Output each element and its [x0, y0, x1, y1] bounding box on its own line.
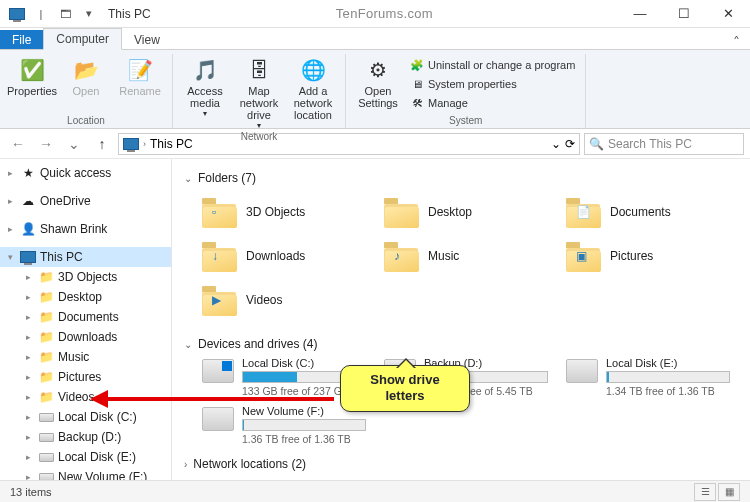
folder-item[interactable]: 📄Documents: [566, 191, 738, 233]
ribbon-group-system: ⚙ Open Settings 🧩Uninstall or change a p…: [346, 54, 586, 128]
user-icon: 👤: [20, 221, 36, 237]
folder-item[interactable]: ↓Downloads: [202, 235, 374, 277]
tree-item[interactable]: ▸Local Disk (C:): [0, 407, 171, 427]
rename-button[interactable]: 📝 Rename: [114, 54, 166, 97]
tab-computer[interactable]: Computer: [43, 28, 122, 50]
open-settings-label: Open Settings: [352, 85, 404, 109]
expander-icon[interactable]: ▸: [22, 372, 34, 382]
address-bar[interactable]: › This PC ⌄ ⟳: [118, 133, 580, 155]
tree-label: Local Disk (E:): [58, 450, 136, 464]
settings-icon: ⚙: [364, 56, 392, 84]
close-button[interactable]: ✕: [706, 0, 750, 28]
drive-item[interactable]: Local Disk (E:)1.34 TB free of 1.36 TB: [566, 357, 738, 397]
folder-item[interactable]: ♪Music: [384, 235, 556, 277]
tree-quick-access[interactable]: ▸★Quick access: [0, 163, 171, 183]
view-tiles-button[interactable]: ▦: [718, 483, 740, 501]
properties-button[interactable]: ✅ Properties: [6, 54, 58, 97]
group-label-location: Location: [67, 115, 105, 128]
folder-label: Documents: [610, 205, 671, 219]
expander-icon[interactable]: ▸: [22, 332, 34, 342]
tree-item[interactable]: ▸📁Downloads: [0, 327, 171, 347]
map-drive-button[interactable]: 🗄 Map network drive▾: [233, 54, 285, 131]
section-label: Folders (7): [198, 171, 256, 185]
tree-item[interactable]: ▸📁Desktop: [0, 287, 171, 307]
search-input[interactable]: 🔍 Search This PC: [584, 133, 744, 155]
open-settings-button[interactable]: ⚙ Open Settings: [352, 54, 404, 109]
tree-item[interactable]: ▸📁Pictures: [0, 367, 171, 387]
folder-item[interactable]: ▫3D Objects: [202, 191, 374, 233]
folder-icon: 📁: [38, 389, 54, 405]
ribbon-collapse-icon[interactable]: ˄: [723, 34, 750, 50]
tree-label: This PC: [40, 250, 83, 264]
manage-button[interactable]: 🛠Manage: [406, 94, 579, 112]
uninstall-icon: 🧩: [410, 58, 424, 72]
section-netloc[interactable]: ›Network locations (2): [184, 457, 738, 471]
expander-icon[interactable]: ▸: [22, 352, 34, 362]
folder-label: Downloads: [246, 249, 305, 263]
expander-icon[interactable]: ▸: [22, 412, 34, 422]
app-icon: [6, 3, 28, 25]
tree-item[interactable]: ▸📁Documents: [0, 307, 171, 327]
tree-item[interactable]: ▸📁Music: [0, 347, 171, 367]
expander-icon[interactable]: ▸: [22, 392, 34, 402]
folder-item[interactable]: ▶Videos: [202, 279, 374, 321]
watermark: TenForums.com: [151, 6, 618, 21]
folder-icon: 📁: [38, 349, 54, 365]
expander-icon[interactable]: ▸: [22, 272, 34, 282]
annotation-callout: Show drive letters: [340, 365, 470, 412]
address-dropdown-icon[interactable]: ⌄: [551, 137, 561, 151]
group-label-system: System: [449, 115, 482, 128]
add-location-button[interactable]: 🌐 Add a network location: [287, 54, 339, 121]
crumb-thispc[interactable]: This PC: [150, 137, 193, 151]
crumb-sep[interactable]: ›: [143, 139, 146, 149]
folder-icon: 📁: [38, 329, 54, 345]
section-folders[interactable]: ⌄Folders (7): [184, 171, 738, 185]
view-details-button[interactable]: ☰: [694, 483, 716, 501]
folder-icon: ↓: [202, 240, 238, 272]
history-button[interactable]: ⌄: [62, 132, 86, 156]
folder-item[interactable]: ▣Pictures: [566, 235, 738, 277]
section-drives[interactable]: ⌄Devices and drives (4): [184, 337, 738, 351]
access-media-button[interactable]: 🎵 Access media▾: [179, 54, 231, 119]
tree-user[interactable]: ▸👤Shawn Brink: [0, 219, 171, 239]
drive-icon: [566, 359, 598, 383]
sysprops-button[interactable]: 🖥System properties: [406, 75, 579, 93]
qa-dropdown-icon[interactable]: ▾: [78, 3, 100, 25]
tab-view[interactable]: View: [122, 30, 172, 50]
rename-label: Rename: [119, 85, 161, 97]
drive-free-text: 1.36 TB free of 1.36 TB: [242, 433, 366, 445]
tree-this-pc[interactable]: ▾This PC: [0, 247, 171, 267]
open-label: Open: [73, 85, 100, 97]
open-icon: 📂: [72, 56, 100, 84]
window-title: This PC: [108, 7, 151, 21]
qa-properties-icon[interactable]: 🗔: [54, 3, 76, 25]
folder-icon: 📁: [38, 369, 54, 385]
tree-item[interactable]: ▸Backup (D:): [0, 427, 171, 447]
forward-button[interactable]: →: [34, 132, 58, 156]
tree-item[interactable]: ▸📁3D Objects: [0, 267, 171, 287]
tab-file[interactable]: File: [0, 30, 43, 50]
expander-icon[interactable]: ▸: [22, 312, 34, 322]
up-button[interactable]: ↑: [90, 132, 114, 156]
group-label-network: Network: [241, 131, 278, 144]
properties-icon: ✅: [18, 56, 46, 84]
access-media-label: Access media: [179, 85, 231, 109]
maximize-button[interactable]: ☐: [662, 0, 706, 28]
expander-icon[interactable]: ▸: [22, 292, 34, 302]
tree-label: Local Disk (C:): [58, 410, 137, 424]
uninstall-button[interactable]: 🧩Uninstall or change a program: [406, 56, 579, 74]
refresh-icon[interactable]: ⟳: [565, 137, 575, 151]
back-button[interactable]: ←: [6, 132, 30, 156]
expander-icon[interactable]: ▸: [22, 452, 34, 462]
tree-onedrive[interactable]: ▸☁OneDrive: [0, 191, 171, 211]
folder-item[interactable]: Desktop: [384, 191, 556, 233]
open-button[interactable]: 📂 Open: [60, 54, 112, 97]
tree-label: Videos: [58, 390, 94, 404]
minimize-button[interactable]: —: [618, 0, 662, 28]
sysprops-label: System properties: [428, 78, 517, 90]
drive-icon: [202, 407, 234, 431]
folder-label: Music: [428, 249, 459, 263]
expander-icon[interactable]: ▸: [22, 432, 34, 442]
titlebar: | 🗔 ▾ This PC TenForums.com — ☐ ✕: [0, 0, 750, 28]
tree-item[interactable]: ▸Local Disk (E:): [0, 447, 171, 467]
